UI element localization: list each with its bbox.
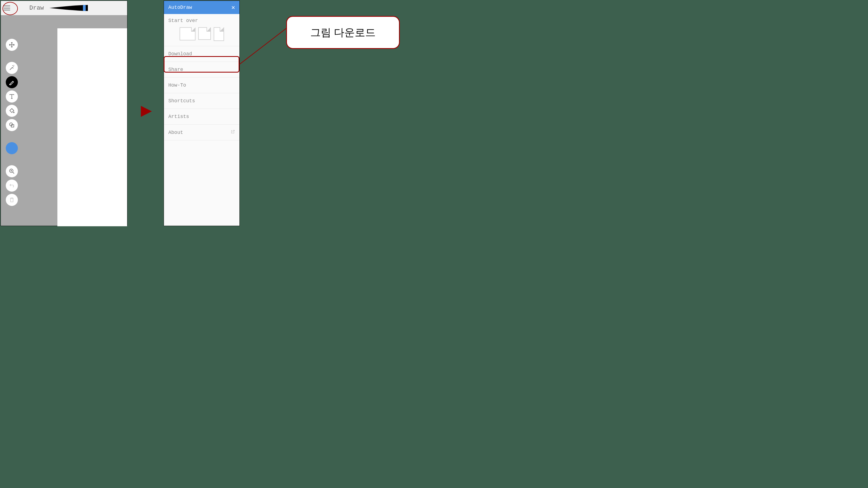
move-tool-button[interactable] [6,39,18,51]
callout-text: 그림 다운로드 [310,26,376,39]
drawing-canvas[interactable] [57,28,127,226]
canvas-portrait-button[interactable] [214,27,224,41]
delete-tool-button[interactable] [6,194,18,206]
menu-item-label: Download [168,51,192,57]
menu-item-label: Artists [168,114,189,119]
zoom-tool-button[interactable] [6,165,18,177]
hamburger-menu-icon[interactable] [4,5,10,10]
canvas-square-button[interactable] [198,27,211,40]
undo-tool-button[interactable] [6,179,18,192]
text-tool-button[interactable] [6,90,18,103]
shape-tool-button[interactable] [6,119,18,131]
menu-item-about[interactable]: About [164,124,240,141]
brush-slider-handle[interactable] [83,5,86,11]
menu-item-download[interactable]: Download [164,46,240,62]
menu-item-artists[interactable]: Artists [164,109,240,124]
left-toolbar [6,39,18,206]
menu-item-label: About [168,130,183,135]
menu-item-howto[interactable]: How-To [164,78,240,93]
menu-title: AutoDraw [168,5,192,10]
menu-item-label: Shortcuts [168,98,195,104]
callout-connector-line [240,28,289,74]
autodraw-tool-button[interactable] [6,62,18,74]
color-picker-button[interactable] [6,142,18,154]
active-tool-label: Draw [29,5,44,11]
menu-item-shortcuts[interactable]: Shortcuts [164,93,240,109]
callout-box: 그림 다운로드 [286,16,400,49]
fill-tool-button[interactable] [6,105,18,117]
start-over-section: Start over [164,14,240,46]
draw-tool-button[interactable] [6,76,18,88]
close-icon[interactable]: ✕ [231,4,235,11]
canvas-size-options [168,27,235,41]
autodraw-app-panel: Draw [1,1,127,226]
menu-header: AutoDraw ✕ [164,1,240,14]
side-menu-panel: AutoDraw ✕ Start over Download Share How… [164,1,240,226]
top-bar: Draw [1,1,127,15]
menu-item-label: Share [168,67,183,72]
external-link-icon [231,130,235,135]
brush-size-slider[interactable] [50,4,91,12]
menu-item-label: How-To [168,83,186,88]
canvas-landscape-button[interactable] [180,27,195,40]
start-over-label: Start over [168,18,235,23]
menu-item-share[interactable]: Share [164,62,240,78]
next-arrow-icon [140,105,153,118]
